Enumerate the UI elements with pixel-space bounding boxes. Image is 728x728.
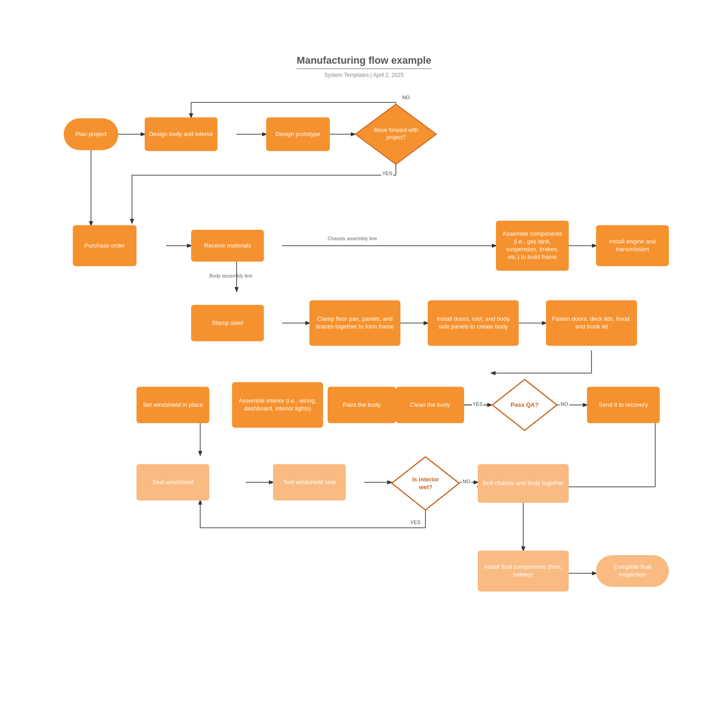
assemble-components-node[interactable]: Assemble components (i.e., gas tank, sus… [496,221,569,271]
design-prototype-node[interactable]: Design prototype [266,117,330,151]
move-forward-diamond[interactable]: Move forward with project? [354,102,438,166]
set-windshield-node[interactable]: Set windshield in place [136,387,209,423]
assemble-interior-node[interactable]: Assemble interior (i.e., wiring, dashboa… [232,382,323,428]
page-header: Manufacturing flow example System Templa… [0,0,728,78]
install-doors-node[interactable]: Install doors, roof, and body side panel… [428,300,519,346]
no-label-wet: NO [462,479,471,484]
fasten-doors-node[interactable]: Fasten doors, deck lids, hood, and trunk… [546,300,637,346]
complete-inspection-node[interactable]: Complete final inspection [596,555,669,587]
no-label-top: NO [401,95,411,100]
flowchart-container: Plan project Design body and interior De… [36,91,692,682]
send-recovery-node[interactable]: Send it to recovery [587,387,660,423]
yes-label-wet: YES [410,520,421,525]
bolt-chassis-node[interactable]: Bolt chassis and body together [478,464,569,503]
stamp-steel-node[interactable]: Stamp steel [191,305,264,341]
design-body-node[interactable]: Design body and interior [145,117,217,151]
yes-label-bottom: YES [381,171,393,176]
clamp-floor-node[interactable]: Clamp floor pan, panels, and braces toge… [309,300,400,346]
receive-materials-node[interactable]: Receive materials [191,230,264,262]
install-engine-node[interactable]: Install engine and transmission [596,225,669,266]
clean-body-node[interactable]: Clean the body [396,387,464,423]
page-title: Manufacturing flow example [297,55,431,69]
paint-body-node[interactable]: Paint the body [328,387,396,423]
test-windshield-node[interactable]: Test windshield seal [273,464,346,500]
plan-project-node[interactable]: Plan project [64,118,118,150]
interior-wet-diamond[interactable]: Is interior wet? [390,455,461,512]
purchase-order-node[interactable]: Purchase order [73,225,136,266]
page-subtitle: System Templates | April 2, 2025 [0,72,728,78]
yes-label-qa: YES [472,401,484,407]
body-assembly-label: Body assembly line [209,273,253,278]
pass-qa-diamond[interactable]: Pass QA? [490,378,559,432]
chassis-assembly-label: Chassis assembly line [328,236,377,241]
seal-windshield-node[interactable]: Seal windshield [136,464,209,500]
no-label-qa: NO [560,401,569,407]
install-final-node[interactable]: Install final components (tires, battery… [478,551,569,592]
